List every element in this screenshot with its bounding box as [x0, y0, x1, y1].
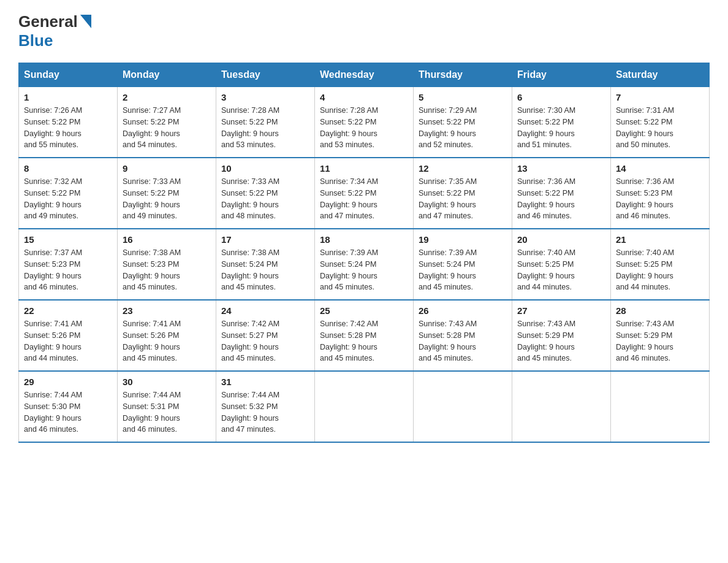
calendar-empty-cell — [512, 371, 611, 442]
day-number: 11 — [320, 163, 408, 174]
header-day-saturday: Saturday — [611, 63, 710, 87]
day-number: 2 — [123, 92, 211, 102]
day-info: Sunrise: 7:37 AMSunset: 5:23 PMDaylight:… — [24, 247, 112, 293]
calendar-day-cell: 15Sunrise: 7:37 AMSunset: 5:23 PMDayligh… — [19, 229, 118, 300]
day-info: Sunrise: 7:39 AMSunset: 5:24 PMDaylight:… — [419, 247, 507, 293]
day-number: 13 — [517, 163, 605, 174]
logo-arrow-icon — [80, 15, 91, 31]
day-info: Sunrise: 7:28 AMSunset: 5:22 PMDaylight:… — [320, 105, 408, 151]
day-info: Sunrise: 7:27 AMSunset: 5:22 PMDaylight:… — [123, 105, 211, 151]
calendar-day-cell: 26Sunrise: 7:43 AMSunset: 5:28 PMDayligh… — [414, 300, 512, 371]
calendar-day-cell: 30Sunrise: 7:44 AMSunset: 5:31 PMDayligh… — [118, 371, 216, 442]
day-info: Sunrise: 7:42 AMSunset: 5:27 PMDaylight:… — [221, 318, 309, 364]
day-number: 5 — [419, 92, 507, 102]
calendar-day-cell: 22Sunrise: 7:41 AMSunset: 5:26 PMDayligh… — [19, 300, 118, 371]
day-info: Sunrise: 7:44 AMSunset: 5:30 PMDaylight:… — [24, 389, 112, 435]
calendar-day-cell: 10Sunrise: 7:33 AMSunset: 5:22 PMDayligh… — [216, 158, 315, 229]
calendar-day-cell: 3Sunrise: 7:28 AMSunset: 5:22 PMDaylight… — [216, 87, 315, 158]
day-number: 21 — [616, 234, 704, 245]
calendar-day-cell: 8Sunrise: 7:32 AMSunset: 5:22 PMDaylight… — [19, 158, 118, 229]
day-info: Sunrise: 7:38 AMSunset: 5:24 PMDaylight:… — [221, 247, 309, 293]
day-number: 22 — [24, 305, 112, 316]
day-number: 17 — [221, 234, 309, 245]
day-info: Sunrise: 7:42 AMSunset: 5:28 PMDaylight:… — [320, 318, 408, 364]
svg-marker-0 — [80, 15, 91, 28]
day-number: 23 — [123, 305, 211, 316]
calendar-header-row: SundayMondayTuesdayWednesdayThursdayFrid… — [19, 63, 710, 87]
day-info: Sunrise: 7:41 AMSunset: 5:26 PMDaylight:… — [123, 318, 211, 364]
day-number: 28 — [616, 305, 704, 316]
day-info: Sunrise: 7:36 AMSunset: 5:22 PMDaylight:… — [517, 176, 605, 222]
calendar-day-cell: 27Sunrise: 7:43 AMSunset: 5:29 PMDayligh… — [512, 300, 611, 371]
calendar-day-cell: 29Sunrise: 7:44 AMSunset: 5:30 PMDayligh… — [19, 371, 118, 442]
calendar-empty-cell — [414, 371, 512, 442]
header-day-thursday: Thursday — [414, 63, 512, 87]
day-info: Sunrise: 7:33 AMSunset: 5:22 PMDaylight:… — [221, 176, 309, 222]
calendar-week-row: 15Sunrise: 7:37 AMSunset: 5:23 PMDayligh… — [19, 229, 710, 300]
day-number: 1 — [24, 92, 112, 102]
day-info: Sunrise: 7:44 AMSunset: 5:31 PMDaylight:… — [123, 389, 211, 435]
day-info: Sunrise: 7:39 AMSunset: 5:24 PMDaylight:… — [320, 247, 408, 293]
day-info: Sunrise: 7:43 AMSunset: 5:28 PMDaylight:… — [419, 318, 507, 364]
day-number: 15 — [24, 234, 112, 245]
logo: General Blue — [18, 12, 91, 50]
day-info: Sunrise: 7:38 AMSunset: 5:23 PMDaylight:… — [123, 247, 211, 293]
calendar-day-cell: 31Sunrise: 7:44 AMSunset: 5:32 PMDayligh… — [216, 371, 315, 442]
day-info: Sunrise: 7:34 AMSunset: 5:22 PMDaylight:… — [320, 176, 408, 222]
day-info: Sunrise: 7:33 AMSunset: 5:22 PMDaylight:… — [123, 176, 211, 222]
day-number: 3 — [221, 92, 309, 102]
calendar-day-cell: 19Sunrise: 7:39 AMSunset: 5:24 PMDayligh… — [414, 229, 512, 300]
header-day-wednesday: Wednesday — [315, 63, 414, 87]
calendar-day-cell: 1Sunrise: 7:26 AMSunset: 5:22 PMDaylight… — [19, 87, 118, 158]
calendar-day-cell: 20Sunrise: 7:40 AMSunset: 5:25 PMDayligh… — [512, 229, 611, 300]
day-number: 31 — [221, 377, 309, 387]
day-number: 25 — [320, 305, 408, 316]
calendar-day-cell: 21Sunrise: 7:40 AMSunset: 5:25 PMDayligh… — [611, 229, 710, 300]
day-number: 9 — [123, 163, 211, 174]
day-info: Sunrise: 7:41 AMSunset: 5:26 PMDaylight:… — [24, 318, 112, 364]
day-number: 6 — [517, 92, 605, 102]
day-info: Sunrise: 7:35 AMSunset: 5:22 PMDaylight:… — [419, 176, 507, 222]
calendar-day-cell: 17Sunrise: 7:38 AMSunset: 5:24 PMDayligh… — [216, 229, 315, 300]
calendar-day-cell: 12Sunrise: 7:35 AMSunset: 5:22 PMDayligh… — [414, 158, 512, 229]
day-number: 8 — [24, 163, 112, 174]
day-info: Sunrise: 7:32 AMSunset: 5:22 PMDaylight:… — [24, 176, 112, 222]
logo-general-text: General — [18, 12, 78, 31]
logo-blue-text: Blue — [18, 31, 53, 50]
calendar-day-cell: 13Sunrise: 7:36 AMSunset: 5:22 PMDayligh… — [512, 158, 611, 229]
header-day-tuesday: Tuesday — [216, 63, 315, 87]
header-day-monday: Monday — [118, 63, 216, 87]
day-number: 4 — [320, 92, 408, 102]
day-info: Sunrise: 7:26 AMSunset: 5:22 PMDaylight:… — [24, 105, 112, 151]
day-info: Sunrise: 7:28 AMSunset: 5:22 PMDaylight:… — [221, 105, 309, 151]
header-day-friday: Friday — [512, 63, 611, 87]
calendar-empty-cell — [611, 371, 710, 442]
day-number: 27 — [517, 305, 605, 316]
day-number: 24 — [221, 305, 309, 316]
day-number: 26 — [419, 305, 507, 316]
day-info: Sunrise: 7:44 AMSunset: 5:32 PMDaylight:… — [221, 389, 309, 435]
calendar-day-cell: 24Sunrise: 7:42 AMSunset: 5:27 PMDayligh… — [216, 300, 315, 371]
day-number: 29 — [24, 377, 112, 387]
calendar-day-cell: 18Sunrise: 7:39 AMSunset: 5:24 PMDayligh… — [315, 229, 414, 300]
day-info: Sunrise: 7:36 AMSunset: 5:23 PMDaylight:… — [616, 176, 704, 222]
day-number: 19 — [419, 234, 507, 245]
calendar-day-cell: 7Sunrise: 7:31 AMSunset: 5:22 PMDaylight… — [611, 87, 710, 158]
calendar-day-cell: 16Sunrise: 7:38 AMSunset: 5:23 PMDayligh… — [118, 229, 216, 300]
day-number: 18 — [320, 234, 408, 245]
day-info: Sunrise: 7:30 AMSunset: 5:22 PMDaylight:… — [517, 105, 605, 151]
calendar-day-cell: 28Sunrise: 7:43 AMSunset: 5:29 PMDayligh… — [611, 300, 710, 371]
header-day-sunday: Sunday — [19, 63, 118, 87]
day-number: 7 — [616, 92, 704, 102]
day-number: 14 — [616, 163, 704, 174]
calendar-day-cell: 6Sunrise: 7:30 AMSunset: 5:22 PMDaylight… — [512, 87, 611, 158]
day-number: 20 — [517, 234, 605, 245]
calendar-empty-cell — [315, 371, 414, 442]
day-info: Sunrise: 7:31 AMSunset: 5:22 PMDaylight:… — [616, 105, 704, 151]
calendar-day-cell: 25Sunrise: 7:42 AMSunset: 5:28 PMDayligh… — [315, 300, 414, 371]
day-info: Sunrise: 7:43 AMSunset: 5:29 PMDaylight:… — [616, 318, 704, 364]
calendar-day-cell: 11Sunrise: 7:34 AMSunset: 5:22 PMDayligh… — [315, 158, 414, 229]
calendar-week-row: 8Sunrise: 7:32 AMSunset: 5:22 PMDaylight… — [19, 158, 710, 229]
day-info: Sunrise: 7:43 AMSunset: 5:29 PMDaylight:… — [517, 318, 605, 364]
day-number: 12 — [419, 163, 507, 174]
